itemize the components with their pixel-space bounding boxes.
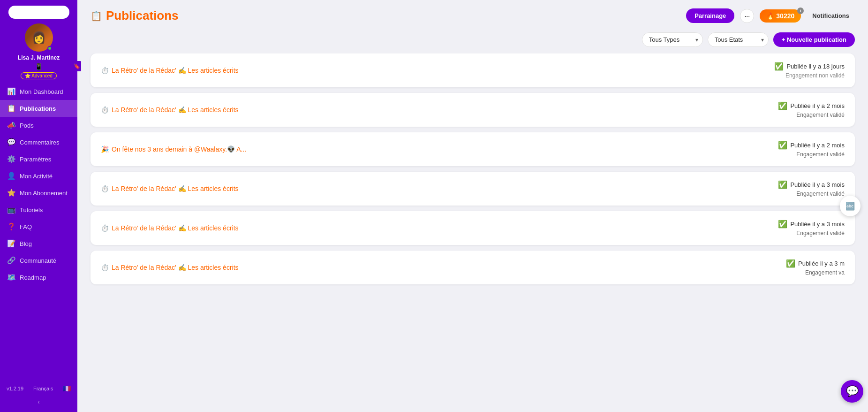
pub-status-line: ✅ Publiée il y a 2 mois [741,101,845,110]
parametres-icon: ⚙️ [7,155,16,163]
header-actions: Parrainage ··· 🔥 30220 i Notifications [686,8,855,23]
more-button[interactable]: ··· [740,9,754,23]
pub-title-text: La Rétro' de la Rédac' ✍️ Les articles é… [112,224,239,232]
pub-title-text: La Rétro' de la Rédac' ✍️ Les articles é… [112,67,239,74]
sidebar-item-roadmap[interactable]: 🗺️ Roadmap [0,269,77,286]
sidebar-item-abonnement[interactable]: ⭐ Mon Abonnement [0,184,77,201]
publication-card[interactable]: 🎉 On fête nos 3 ans demain à @Waalaxy.👽 … [91,132,855,166]
sidebar-item-publications[interactable]: 📋 Publications [0,100,77,117]
sidebar-item-blog[interactable]: 📝 Blog [0,235,77,252]
page-title-icon: 📋 [91,10,102,22]
check-icon: ✅ [774,62,784,71]
pub-title: ⏱️ La Rétro' de la Rédac' ✍️ Les article… [101,106,239,114]
phone-icon: 📱 [35,63,43,70]
pub-type-icon: ⏱️ [101,185,109,192]
check-icon: ✅ [778,141,787,150]
pub-status-line: ✅ Publiée il y a 3 m [741,259,845,268]
sidebar-item-label-blog: Blog [20,240,32,247]
pub-status: ✅ Publiée il y a 3 m Engagement va [741,259,845,276]
sidebar-item-mon-activite[interactable]: 👤 Mon Activité [0,168,77,184]
sidebar-item-label-abonnement: Mon Abonnement [20,190,68,197]
sidebar-item-parametres[interactable]: ⚙️ Paramètres [0,151,77,168]
sidebar-item-faq[interactable]: ❓ FAQ [0,218,77,235]
pub-status-text: Publiée il y a 3 mois [790,221,845,228]
pub-title: ⏱️ La Rétro' de la Rédac' ✍️ Les article… [101,264,239,271]
publication-card[interactable]: ⏱️ La Rétro' de la Rédac' ✍️ Les article… [91,93,855,127]
check-icon: ✅ [778,220,787,229]
pub-title: ⏱️ La Rétro' de la Rédac' ✍️ Les article… [101,185,239,192]
parrainage-button[interactable]: Parrainage [686,8,734,23]
language-label: Français [33,386,53,391]
sidebar-item-label-commentaires: Commentaires [20,139,60,146]
pub-type-icon: ⏱️ [101,224,109,232]
state-filter[interactable]: Tous Etats [708,32,769,47]
pub-title: 🎉 On fête nos 3 ans demain à @Waalaxy.👽 … [101,145,246,153]
publications-icon: 📋 [7,104,16,113]
dashboard-icon: 📊 [7,87,16,96]
abonnement-icon: ⭐ [7,189,16,197]
online-indicator [47,46,52,51]
engagement-label: Engagement va [741,269,845,276]
state-filter-wrapper: Tous Etats [708,32,769,47]
sidebar-item-label-activite: Mon Activité [20,173,53,180]
sidebar-item-label-publications: Publications [20,105,56,112]
chat-fab[interactable]: 💬 [841,380,863,403]
info-icon[interactable]: i [797,8,804,14]
pub-status-text: Publiée il y a 3 m [798,260,845,267]
pub-title: ⏱️ La Rétro' de la Rédac' ✍️ Les article… [101,67,239,74]
pub-status: ✅ Publiée il y a 2 mois Engagement valid… [741,141,845,158]
sidebar-item-label-communaute: Communauté [20,257,56,264]
notifications-button[interactable]: Notifications [807,9,855,22]
engagement-label: Engagement validé [741,151,845,158]
sidebar-item-tutoriels[interactable]: 📺 Tutoriels [0,201,77,218]
pub-type-icon: 🎉 [101,145,109,153]
pub-status: ✅ Publiée il y a 3 mois Engagement valid… [741,180,845,197]
publication-card[interactable]: ⏱️ La Rétro' de la Rédac' ✍️ Les article… [91,251,855,284]
pub-type-icon: ⏱️ [101,264,109,271]
communaute-icon: 🔗 [7,256,16,265]
sidebar-item-label-faq: FAQ [20,223,32,230]
search-input[interactable] [8,6,69,19]
pub-type-icon: ⏱️ [101,67,109,74]
header: 📋 Publications Parrainage ··· 🔥 30220 i … [77,0,868,28]
type-filter-wrapper: Tous Types [642,32,703,47]
sidebar-item-dashboard[interactable]: 📊 Mon Dashboard [0,83,77,100]
check-icon: ✅ [778,101,787,110]
pub-status-line: ✅ Publiée il y a 2 mois [741,141,845,150]
score-badge: 🔥 30220 i [760,9,801,23]
pub-status-line: ✅ Publiée il y a 3 mois [741,180,845,189]
commentaires-icon: 💬 [7,138,16,146]
score-icon: 🔥 [766,12,774,20]
score-value: 30220 [776,12,794,20]
sidebar-item-label-roadmap: Roadmap [20,274,46,281]
type-filter[interactable]: Tous Types [642,32,703,47]
avatar-container: 👩 [25,23,53,52]
faq-icon: ❓ [7,222,16,231]
pub-title-text: On fête nos 3 ans demain à @Waalaxy.👽 A.… [112,145,246,153]
publication-card[interactable]: ⏱️ La Rétro' de la Rédac' ✍️ Les article… [91,53,855,87]
flag-icon: 🇫🇷 [63,385,71,392]
translate-fab[interactable]: 🔤 [840,196,860,216]
sidebar-item-pods[interactable]: 📣 Pods [0,117,77,134]
sidebar-item-label-pods: Pods [20,122,34,129]
pub-type-icon: ⏱️ [101,106,109,114]
sidebar-collapse-button[interactable]: ‹ [35,396,43,408]
version-label: v1.2.19 [7,386,23,391]
pub-title-text: La Rétro' de la Rédac' ✍️ Les articles é… [112,264,239,271]
publication-card[interactable]: ⏱️ La Rétro' de la Rédac' ✍️ Les article… [91,211,855,245]
sidebar-item-communaute[interactable]: 🔗 Communauté [0,252,77,269]
publication-card[interactable]: ⏱️ La Rétro' de la Rédac' ✍️ Les article… [91,172,855,206]
engagement-label: Engagement validé [741,230,845,237]
pub-status-text: Publiée il y a 3 mois [790,181,845,188]
check-icon: ✅ [778,180,787,189]
bookmark-icon[interactable]: 🔖 [73,61,81,71]
engagement-label: Engagement non validé [741,72,845,79]
sidebar-item-commentaires[interactable]: 💬 Commentaires [0,134,77,151]
pub-status-line: ✅ Publiée il y a 3 mois [741,220,845,229]
toolbar: Tous Types Tous Etats + Nouvelle publica… [77,28,868,53]
page-title-text: Publications [106,8,179,23]
new-publication-button[interactable]: + Nouvelle publication [773,32,855,47]
pub-status-text: Publiée il y a 2 mois [790,102,845,109]
pub-title-text: La Rétro' de la Rédac' ✍️ Les articles é… [112,185,239,192]
activite-icon: 👤 [7,172,16,180]
